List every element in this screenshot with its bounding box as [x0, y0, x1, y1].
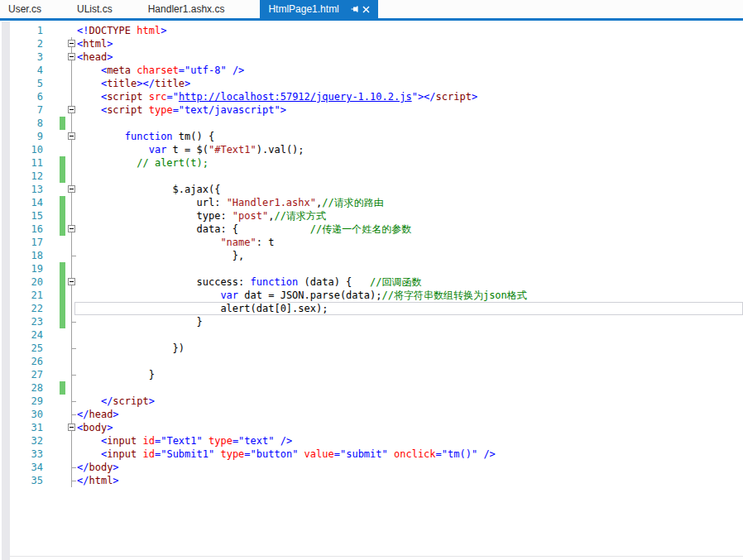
line-number: 26 [12, 355, 43, 368]
code-text[interactable]: <input id="Submit1" type="button" value=… [77, 448, 496, 461]
code-line-21: 21 var dat = JSON.parse(data);//将字符串数组转换… [0, 289, 743, 302]
code-text[interactable]: var t = $("#Text1").val(); [77, 143, 304, 156]
line-number: 16 [12, 223, 43, 236]
code-line-10: 10 var t = $("#Text1").val(); [0, 143, 743, 156]
code-text[interactable]: <script type="text/javascript"> [77, 103, 286, 117]
change-margin [60, 448, 65, 461]
fold-margin [66, 156, 77, 170]
code-text[interactable]: url: "Handler1.ashx",//请求的路由 [77, 196, 384, 209]
code-text[interactable]: function tm() { [77, 130, 214, 143]
line-number: 33 [12, 448, 43, 461]
code-text[interactable]: <head> [77, 50, 113, 64]
fold-margin [66, 143, 77, 156]
fold-margin [66, 421, 77, 434]
code-text[interactable]: </body> [77, 461, 119, 474]
code-text[interactable]: alert(dat[0].sex); [77, 302, 328, 315]
code-text[interactable]: var dat = JSON.parse(data);//将字符串数组转换为js… [77, 289, 527, 302]
collapse-box-icon[interactable] [68, 40, 75, 47]
code-line-6: 6 <script src="http://localhost:57912/jq… [0, 90, 743, 103]
code-text[interactable]: <title></title> [77, 77, 190, 90]
fold-margin [66, 183, 77, 196]
change-tracking-bar [60, 381, 65, 395]
collapse-box-icon[interactable] [68, 278, 75, 285]
fold-margin [66, 249, 77, 262]
tab-handler1-ashx-cs[interactable]: Handler1.ashx.cs [148, 0, 225, 18]
code-text[interactable]: "name": t [77, 236, 274, 249]
line-number: 2 [12, 37, 43, 50]
collapse-box-icon[interactable] [68, 132, 75, 140]
change-margin [60, 355, 65, 368]
collapse-box-icon[interactable] [68, 225, 75, 232]
code-text[interactable]: }) [77, 342, 185, 355]
code-text[interactable]: data: { //传递一个姓名的参数 [77, 223, 411, 236]
code-text[interactable]: // alert(t); [77, 156, 209, 170]
code-line-12: 12 [0, 170, 743, 183]
code-line-23: 23 } [0, 315, 743, 328]
code-editor[interactable]: 1<!DOCTYPE html>2<html>3<head>4 <meta ch… [0, 21, 743, 560]
line-number: 34 [12, 461, 43, 474]
change-margin [60, 130, 65, 143]
collapse-box-icon[interactable] [68, 53, 75, 60]
line-number: 3 [12, 50, 43, 64]
close-icon[interactable] [362, 6, 370, 13]
line-number: 35 [12, 474, 43, 487]
tab-bar: User.csUList.csHandler1.ashx.csHtmlPage1… [0, 0, 743, 18]
code-line-5: 5 <title></title> [0, 77, 743, 90]
code-line-34: 34</body> [0, 461, 743, 474]
change-tracking-bar [60, 315, 65, 328]
code-line-18: 18 }, [0, 249, 743, 262]
tab-ulist-cs[interactable]: UList.cs [77, 0, 113, 18]
collapse-box-icon[interactable] [68, 106, 75, 113]
line-number: 32 [12, 434, 43, 448]
code-text[interactable]: <body> [77, 421, 113, 434]
change-margin [60, 183, 65, 196]
code-text[interactable]: } [77, 315, 203, 328]
change-margin [60, 474, 65, 487]
fold-margin [66, 64, 77, 77]
collapse-box-icon[interactable] [68, 424, 75, 431]
code-line-16: 16 data: { //传递一个姓名的参数 [0, 223, 743, 236]
line-number: 28 [12, 381, 43, 395]
code-text[interactable]: </html> [77, 474, 119, 487]
line-number: 24 [12, 328, 43, 342]
collapse-box-icon[interactable] [68, 185, 75, 193]
fold-margin [66, 209, 77, 223]
change-margin [60, 368, 65, 381]
code-line-8: 8 [0, 117, 743, 130]
change-margin [60, 421, 65, 434]
code-line-17: 17 "name": t [0, 236, 743, 249]
code-line-15: 15 type: "post",//请求方式 [0, 209, 743, 223]
change-tracking-bar [60, 117, 65, 130]
fold-margin [66, 289, 77, 302]
code-text[interactable]: </head> [77, 408, 119, 421]
code-text[interactable]: success: function (data) { //回调函数 [77, 275, 421, 289]
tab-htmlpage1-html[interactable]: HtmlPage1.html [260, 0, 377, 18]
line-number: 17 [12, 236, 43, 249]
code-text[interactable]: $.ajax({ [77, 183, 220, 196]
code-text[interactable]: type: "post",//请求方式 [77, 209, 326, 223]
code-line-29: 29 </script> [0, 395, 743, 408]
line-number: 10 [12, 143, 43, 156]
pin-icon[interactable] [351, 5, 359, 13]
code-text[interactable]: <script src="http://localhost:57912/jque… [77, 90, 477, 103]
code-text[interactable]: }, [77, 249, 244, 262]
code-line-22: 22 alert(dat[0].sex); [0, 302, 743, 315]
code-text[interactable]: <meta charset="utf-8" /> [77, 64, 244, 77]
code-text[interactable]: <input id="Text1" type="text" /> [77, 434, 292, 448]
code-text[interactable]: <!DOCTYPE html> [77, 24, 166, 37]
line-number: 22 [12, 302, 43, 315]
code-text[interactable]: } [77, 368, 155, 381]
fold-margin [66, 90, 77, 103]
tab-user-cs[interactable]: User.cs [8, 0, 41, 18]
fold-margin [66, 24, 77, 37]
change-margin [60, 461, 65, 474]
code-text[interactable]: <html> [77, 37, 113, 50]
code-line-35: 35</html> [0, 474, 743, 487]
fold-margin [66, 236, 77, 249]
fold-margin [66, 103, 77, 117]
fold-margin [66, 77, 77, 90]
fold-margin [66, 302, 77, 315]
code-text[interactable]: </script> [77, 395, 155, 408]
fold-margin [66, 355, 77, 368]
change-margin [60, 24, 65, 37]
